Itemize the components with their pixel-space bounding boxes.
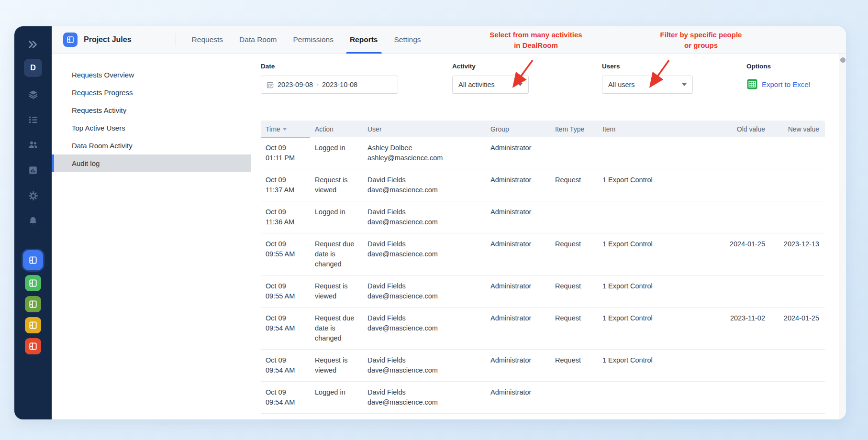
project-title: Project Jules [84, 35, 132, 44]
table-body: Oct 0901:11 PMLogged inAshley Dolbeeashl… [261, 137, 825, 419]
cell-item-type: Request [550, 169, 598, 191]
reports-nav-button[interactable] [23, 161, 43, 180]
cell-user: David Fieldsdave@mascience.com [363, 201, 486, 233]
cell-item-type: Request [550, 350, 598, 371]
column-header-action[interactable]: Action [310, 125, 363, 133]
gear-icon [28, 190, 39, 201]
cell-action: Request due date is changed [310, 308, 363, 349]
cell-action: Request is viewed [310, 275, 363, 307]
cell-time: Oct 0909:54 AM [261, 382, 310, 413]
cell-time: Oct 0909:54 AM [261, 350, 310, 381]
column-header-group[interactable]: Group [486, 125, 550, 133]
project-logo[interactable]: Project Jules [63, 33, 132, 47]
cell-new-value [771, 350, 825, 361]
tab-reports[interactable]: Reports [342, 26, 386, 54]
cell-old-value [723, 201, 771, 213]
cell-action: Logged in [310, 382, 363, 403]
column-header-new-value[interactable]: New value [771, 125, 825, 133]
layers-nav-button[interactable] [23, 85, 43, 104]
audit-log-row: Oct 0909:54 AMLogged inDavid Fieldsdave@… [261, 382, 825, 414]
date-filter-label: Date [261, 63, 275, 70]
scrollbar-thumb[interactable] [840, 57, 846, 63]
cell-user: Ashley Dolbeeashley@mascience.com [363, 137, 486, 169]
double-chevron-right-icon [27, 38, 39, 51]
cell-new-value [771, 382, 825, 393]
users-dropdown[interactable]: All users [602, 76, 693, 94]
cell-group: Administrator [486, 308, 550, 329]
audit-log-row: Oct 0909:54 AMRequest is viewedDavid Fie… [261, 350, 825, 382]
tab-settings[interactable]: Settings [386, 26, 429, 54]
date-range-input[interactable]: 2023-09-08 - 2023-10-08 [261, 76, 398, 94]
options-label: Options [746, 63, 771, 70]
audit-log-row: Oct 0909:55 AMRequest is viewedDavid Fie… [261, 275, 825, 308]
chevron-down-icon [682, 83, 687, 86]
workspace-red[interactable] [25, 338, 41, 354]
app-window: D [14, 26, 846, 419]
workspace-green[interactable] [25, 275, 41, 291]
cell-old-value: 2023-11-02 [723, 308, 771, 329]
tab-requests[interactable]: Requests [184, 26, 231, 54]
list-icon [28, 114, 39, 125]
activity-filter-label: Activity [452, 63, 476, 70]
cell-new-value [771, 169, 825, 181]
cell-item [598, 201, 723, 213]
cell-user: David Fieldsdave@mascience.com [363, 308, 486, 339]
cell-group: Administrator [486, 382, 550, 403]
cell-action: Logged in [310, 414, 363, 419]
user-avatar[interactable]: D [24, 59, 42, 77]
cell-group: Administrator [486, 275, 550, 297]
workspace-amber[interactable] [25, 317, 41, 333]
cell-item [598, 382, 723, 393]
menu-item-requests-overview[interactable]: Requests Overview [52, 66, 251, 84]
users-nav-button[interactable] [23, 135, 43, 154]
cell-user: David Fieldsdave@mascience.com [363, 414, 486, 419]
column-header-old-value[interactable]: Old value [723, 125, 771, 133]
menu-item-audit-log[interactable]: Audit log [52, 154, 251, 172]
notifications-nav-button[interactable] [23, 211, 43, 231]
menu-item-requests-progress[interactable]: Requests Progress [52, 84, 251, 101]
cell-time: Oct 0909:55 AM [261, 275, 310, 307]
menu-item-data-room-activity[interactable]: Data Room Activity [52, 137, 251, 154]
column-header-item[interactable]: Item [598, 125, 723, 133]
cell-time: Oct 0908:41 AM [261, 414, 310, 419]
cell-item: 1 Export Control [598, 350, 723, 371]
cell-old-value: 2024-01-25 [723, 233, 771, 255]
cell-old-value [723, 137, 771, 149]
cell-new-value [771, 201, 825, 213]
cell-group: Administrator [486, 233, 550, 255]
tab-data-room[interactable]: Data Room [231, 26, 285, 54]
date-range-start: 2023-09-08 [278, 81, 313, 88]
cell-old-value [723, 414, 771, 419]
column-header-item-type[interactable]: Item Type [550, 125, 598, 133]
column-header-time[interactable]: Time [261, 125, 310, 133]
cell-group: Administrator [486, 414, 550, 419]
cell-item: 1 Export Control [598, 308, 723, 329]
cell-group: Administrator [486, 350, 550, 371]
vertical-scrollbar[interactable] [839, 54, 846, 419]
calendar-icon [266, 81, 274, 89]
menu-item-top-active-users[interactable]: Top Active Users [52, 119, 251, 137]
settings-nav-button[interactable] [23, 186, 43, 205]
bell-icon [28, 216, 38, 226]
activity-dropdown[interactable]: All activities [452, 76, 529, 94]
tab-permissions[interactable]: Permissions [285, 26, 342, 54]
cell-item-type [550, 382, 598, 393]
workspace-blue[interactable] [23, 250, 43, 270]
cell-new-value: 2023-12-13 [771, 233, 825, 255]
excel-icon [746, 78, 758, 90]
cell-action: Request is viewed [310, 350, 363, 381]
users-filter-label: Users [602, 63, 620, 70]
cell-user: David Fieldsdave@mascience.com [363, 233, 486, 265]
audit-log-row: Oct 0908:41 AMLogged inDavid Fieldsdave@… [261, 414, 825, 419]
export-to-excel-button[interactable]: Export to Excel [746, 78, 810, 90]
cell-item-type: Request [550, 233, 598, 255]
cell-group: Administrator [486, 137, 550, 159]
cell-time: Oct 0909:54 AM [261, 308, 310, 339]
cell-item [598, 137, 723, 149]
expand-sidebar-button[interactable] [23, 35, 43, 54]
cell-new-value [771, 275, 825, 287]
list-nav-button[interactable] [23, 110, 43, 129]
column-header-user[interactable]: User [363, 125, 486, 133]
menu-item-requests-activity[interactable]: Requests Activity [52, 101, 251, 119]
workspace-olive[interactable] [25, 296, 41, 312]
